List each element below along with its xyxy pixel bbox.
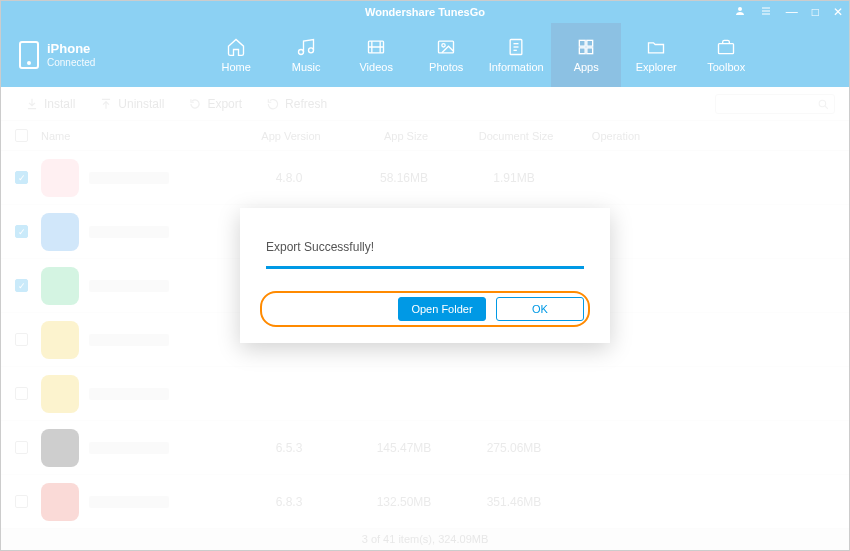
export-success-dialog: Export Successfully! Open Folder OK [240, 208, 610, 343]
ok-button[interactable]: OK [496, 297, 584, 321]
progress-bar [266, 266, 584, 269]
dialog-message: Export Successfully! [266, 240, 584, 254]
modal-overlay: Export Successfully! Open Folder OK [1, 1, 849, 550]
open-folder-button[interactable]: Open Folder [398, 297, 486, 321]
